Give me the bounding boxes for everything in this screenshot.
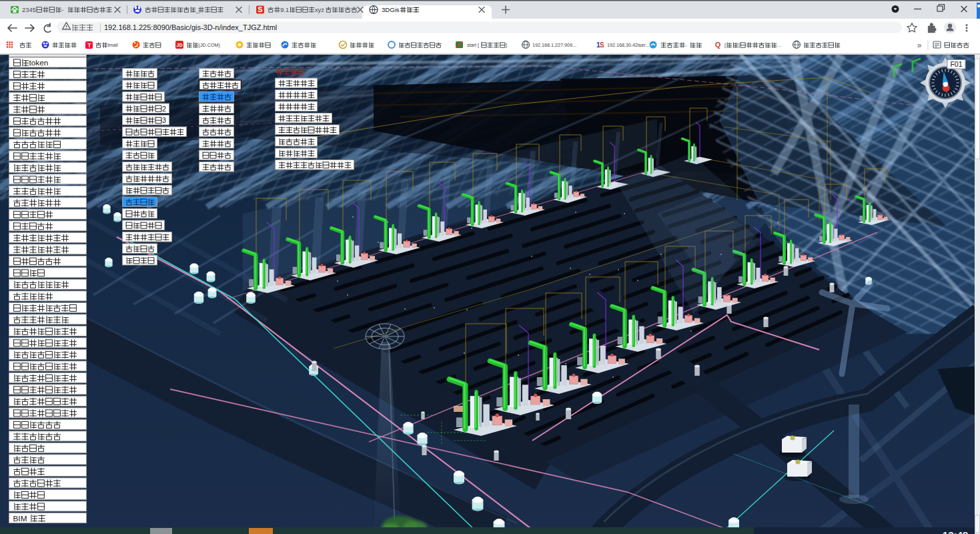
svg-text:]: ]: [506, 42, 507, 48]
svg-text:S: S: [258, 5, 262, 13]
svg-text:BIM: BIM: [13, 514, 27, 523]
svg-text:S: S: [600, 41, 604, 49]
svg-text:(JD.COM): (JD.COM): [199, 42, 220, 48]
svg-text:3DGis: 3DGis: [382, 6, 400, 13]
svg-text:192.168.1.225:8090/Basic/gis-3: 192.168.1.225:8090/Basic/gis-3D-n/index_…: [104, 23, 277, 31]
svg-text:[: [: [724, 42, 726, 48]
svg-text:tmall: tmall: [108, 42, 119, 48]
svg-text:»: »: [917, 41, 922, 50]
svg-text:-: -: [61, 6, 63, 13]
svg-text:Q: Q: [715, 41, 721, 49]
svg-text:192.168.30.42iser...: 192.168.30.42iser...: [607, 42, 649, 48]
svg-text:T: T: [87, 42, 91, 49]
svg-text:xyz: xyz: [315, 6, 324, 13]
svg-text:F01: F01: [950, 60, 962, 68]
svg-text:JD: JD: [177, 43, 183, 47]
svg-text:_: _: [195, 6, 200, 13]
svg-text:...: ...: [777, 42, 781, 48]
svg-text:2345: 2345: [22, 6, 36, 13]
svg-text:3: 3: [162, 116, 166, 124]
svg-text:192.168.1.227:909...: 192.168.1.227:909...: [532, 42, 576, 48]
svg-text:token: token: [29, 58, 49, 67]
svg-text:]: ]: [739, 42, 740, 48]
svg-text:start [: start [: [467, 42, 479, 48]
svg-text:9.1: 9.1: [280, 6, 289, 13]
svg-text:13:48: 13:48: [943, 529, 968, 534]
svg-text:2: 2: [162, 105, 166, 113]
